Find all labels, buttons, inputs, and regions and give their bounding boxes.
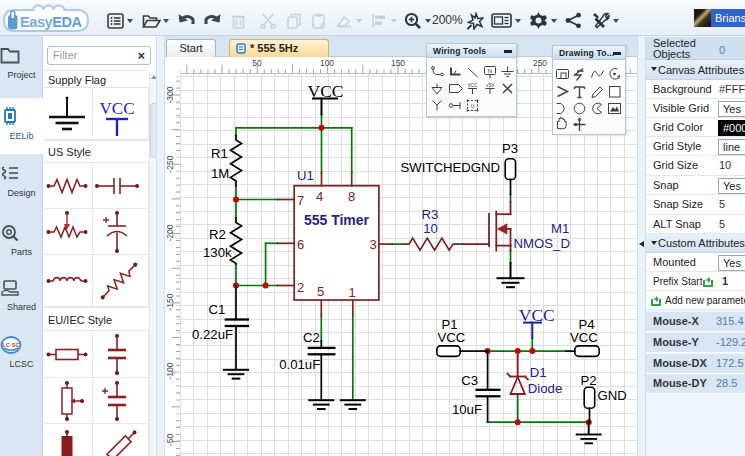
svg-text:LC·SC: LC·SC [3,342,20,348]
svg-text:1M: 1M [211,166,229,181]
svg-text:1: 1 [349,285,356,300]
svg-text:3: 3 [370,237,377,252]
svg-text:0.22uF: 0.22uF [192,327,233,342]
svg-text:P2: P2 [581,373,597,388]
svg-text:6: 6 [297,237,304,252]
svg-text:2: 2 [297,280,304,295]
svg-text:7: 7 [297,193,304,208]
svg-text:P3: P3 [502,141,518,156]
svg-text:555 Timer: 555 Timer [304,212,370,228]
svg-text:EasyEDA: EasyEDA [20,14,83,30]
svg-text:0.01uF: 0.01uF [279,357,320,372]
svg-text:R1: R1 [211,146,228,161]
svg-text:VCC: VCC [100,99,135,118]
svg-text:R2: R2 [209,227,226,242]
svg-text:GND: GND [597,388,626,403]
svg-text:+5V: +5V [486,83,495,88]
svg-text:SWITCHEDGND: SWITCHEDGND [401,160,501,175]
svg-text:VCC: VCC [570,330,598,345]
svg-text:10: 10 [423,221,438,236]
svg-text:4: 4 [316,189,323,204]
svg-text:U1: U1 [297,168,314,183]
svg-text:8: 8 [348,189,355,204]
svg-text:C2: C2 [303,330,320,345]
svg-text:C3: C3 [461,373,478,388]
svg-text:5: 5 [317,284,324,299]
svg-text:Diode: Diode [528,381,562,396]
svg-text:C1: C1 [209,302,226,317]
svg-text:M1: M1 [551,221,569,236]
svg-text:10uF: 10uF [452,402,482,417]
svg-text:N: N [488,68,492,74]
svg-text:U: U [471,103,475,109]
svg-text:130k: 130k [203,245,232,260]
svg-text:VCC: VCC [467,83,478,88]
svg-text:VCC: VCC [519,305,555,325]
svg-text:NMOS_D: NMOS_D [514,236,570,251]
svg-text:D1: D1 [530,365,547,380]
svg-text:VCC: VCC [438,330,466,345]
